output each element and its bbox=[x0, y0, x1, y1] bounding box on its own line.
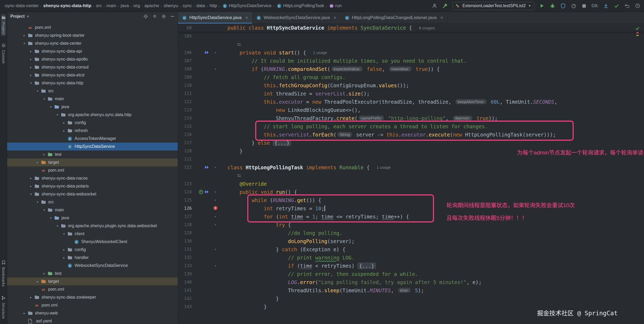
breadcrumb-item[interactable]: src bbox=[95, 3, 103, 8]
code-line-122[interactable]: 122▾class HttpLongPollingTask implements… bbox=[178, 163, 644, 171]
fold-chevron-icon[interactable]: ▾ bbox=[211, 190, 220, 194]
tab-close-icon[interactable]: × bbox=[334, 15, 336, 21]
code-line-111[interactable]: 111 int threadSize = serverList.size(); bbox=[178, 89, 644, 98]
fold-chevron-icon[interactable]: ▾ bbox=[211, 223, 220, 227]
code-line-105[interactable]: 105 bbox=[178, 32, 644, 40]
stripe-item-bookmarks[interactable]: Bookmarks bbox=[1, 259, 6, 289]
tree-chevron-icon[interactable]: ▸ bbox=[28, 176, 34, 180]
tree-chevron-icon[interactable]: ▾ bbox=[55, 113, 60, 117]
breadcrumb-item[interactable]: org bbox=[133, 3, 140, 8]
code-line-117[interactable]: 117 } else {...} bbox=[178, 139, 644, 147]
code-line-132[interactable]: 132 // print warnning LOG. bbox=[178, 253, 644, 262]
chevron-down-icon[interactable]: ▼ bbox=[26, 15, 29, 18]
tree-chevron-icon[interactable]: ▾ bbox=[35, 200, 40, 204]
project-view-selector[interactable]: Project bbox=[10, 14, 25, 19]
code-line-131[interactable]: 131▾ } catch (Exception e) { bbox=[178, 245, 644, 253]
tree-item-org.apache.shenyu.plugin.sync.data.websocket[interactable]: ▾org.apache.shenyu.plugin.sync.data.webs… bbox=[7, 222, 178, 230]
tree-item-pom.xml[interactable]: mpom.xml bbox=[7, 301, 178, 309]
tree-item-shenyu-web[interactable]: ▸shenyu-web bbox=[7, 309, 178, 317]
tab-close-icon[interactable]: × bbox=[440, 15, 443, 21]
tree-chevron-icon[interactable]: ▾ bbox=[22, 42, 27, 45]
tree-chevron-icon[interactable]: ▾ bbox=[55, 224, 60, 228]
tree-item-target[interactable]: ▸target bbox=[7, 158, 178, 166]
code-editor[interactable]: 68public class HttpSyncDataService imple… bbox=[178, 24, 644, 324]
code-line-106[interactable]: 106▾ private void start() {1 usage bbox=[178, 48, 644, 57]
code-line-68[interactable]: 68public class HttpSyncDataService imple… bbox=[178, 24, 644, 32]
override-marker-icon[interactable] bbox=[199, 190, 203, 194]
git-update-button[interactable] bbox=[603, 3, 609, 9]
tree-chevron-icon[interactable]: ▸ bbox=[42, 153, 47, 156]
tree-item-main[interactable]: ▾main bbox=[7, 95, 178, 103]
tree-chevron-icon[interactable]: ▾ bbox=[48, 105, 53, 109]
code-line-141[interactable]: 141 ThreadUtils.sleep(TimeUnit.MINUTES, … bbox=[178, 286, 644, 294]
tree-item-org.apache.shenyu.sync.data.http[interactable]: ▾org.apache.shenyu.sync.data.http bbox=[7, 111, 178, 119]
tree-item-pom.xml[interactable]: mpom.xml bbox=[7, 166, 178, 174]
fold-chevron-icon[interactable]: ▾ bbox=[211, 198, 220, 202]
breadcrumb-item[interactable]: sync bbox=[182, 3, 192, 8]
inlay-hint-row[interactable] bbox=[178, 40, 644, 48]
implemented-marker-icon[interactable] bbox=[204, 165, 209, 170]
coverage-button[interactable] bbox=[560, 3, 566, 9]
tree-chevron-icon[interactable]: ▾ bbox=[48, 216, 53, 220]
tree-item-src[interactable]: ▾src bbox=[7, 198, 178, 206]
tree-item-shenyu-sync-data-http[interactable]: ▾shenyu-sync-data-http bbox=[7, 79, 178, 87]
tree-item-pom.xml[interactable]: mpom.xml bbox=[7, 24, 178, 31]
implemented-marker-icon[interactable] bbox=[204, 50, 209, 55]
user-icon[interactable] bbox=[431, 3, 438, 9]
code-line-139[interactable]: 139 // print error, then suspended for a… bbox=[178, 270, 644, 278]
tree-item-shenyu-sync-data-zookeeper[interactable]: ▸shenyu-sync-data-zookeeper bbox=[7, 293, 178, 301]
locate-file-icon[interactable] bbox=[143, 14, 148, 19]
breadcrumb-item[interactable]: HttpLongPollingTask bbox=[282, 3, 325, 8]
profiler-button[interactable] bbox=[570, 3, 577, 9]
tree-item-main[interactable]: ▾main bbox=[7, 206, 178, 214]
run-button[interactable] bbox=[539, 3, 545, 9]
tree-chevron-icon[interactable]: ▸ bbox=[28, 184, 34, 188]
code-line-115[interactable]: 115 // start long polling, each server c… bbox=[178, 122, 644, 130]
code-line-107[interactable]: 107 // It could be initialized multiple … bbox=[178, 57, 644, 65]
tree-chevron-icon[interactable]: ▾ bbox=[28, 81, 34, 85]
tree-item-HttpSyncDataService[interactable]: CHttpSyncDataService bbox=[7, 143, 178, 150]
tree-item-test[interactable]: ▸test bbox=[7, 150, 178, 158]
tree-item-shenyu-sync-data-consul[interactable]: ▸shenyu-sync-data-consul bbox=[7, 63, 178, 71]
tree-item-refresh[interactable]: ▸refresh bbox=[7, 127, 178, 135]
breadcrumb-item[interactable]: shenyu-sync-data-http bbox=[43, 3, 92, 8]
stop-button[interactable] bbox=[581, 3, 587, 9]
git-commit-button[interactable] bbox=[613, 3, 620, 9]
tree-item-pom.xml[interactable]: mpom.xml bbox=[7, 285, 178, 293]
inlay-hint-settings-icon[interactable] bbox=[237, 174, 241, 177]
tree-chevron-icon[interactable]: ▸ bbox=[61, 121, 67, 125]
breadcrumb-item[interactable]: http bbox=[209, 3, 218, 8]
settings-gear-icon[interactable] bbox=[161, 14, 166, 19]
tree-item-ShenyuWebsocketClient[interactable]: CShenyuWebsocketClient bbox=[7, 238, 178, 246]
tree-item-.asf.yaml[interactable]: .asf.yaml bbox=[7, 317, 178, 324]
tree-item-shenyu-sync-data-polaris[interactable]: ▸shenyu-sync-data-polaris bbox=[7, 182, 178, 190]
breadcrumb-item[interactable]: shenyu bbox=[163, 3, 179, 8]
run-configuration-select[interactable]: ExtensionLoaderTest.testSPIList2 ▼ bbox=[453, 2, 534, 10]
inspections-widget[interactable] bbox=[635, 26, 640, 36]
tree-chevron-icon[interactable]: ▾ bbox=[61, 232, 67, 236]
breadcrumb-item[interactable]: -sync-data-center bbox=[3, 3, 39, 8]
tree-item-shenyu-sync-data-api[interactable]: ▸shenyu-sync-data-api bbox=[7, 47, 178, 55]
fold-chevron-icon[interactable]: ▾ bbox=[211, 264, 220, 268]
fold-chevron-icon[interactable]: ▾ bbox=[211, 51, 220, 54]
tree-item-java[interactable]: ▾java bbox=[7, 103, 178, 111]
fold-chevron-icon[interactable]: ▾ bbox=[211, 215, 220, 218]
tree-item-AccessTokenManager[interactable]: CAccessTokenManager bbox=[7, 135, 178, 143]
inlay-hint-settings-icon[interactable] bbox=[237, 43, 241, 46]
stripe-item-project[interactable]: Project bbox=[1, 14, 6, 36]
code-line-133[interactable]: 133▾ if (time < retryTimes) {...} bbox=[178, 262, 644, 270]
tree-chevron-icon[interactable]: ▸ bbox=[22, 34, 27, 37]
tree-item-config[interactable]: ▸config bbox=[7, 119, 178, 127]
code-line-121[interactable]: 121 bbox=[178, 155, 644, 163]
tree-chevron-icon[interactable]: ▸ bbox=[28, 57, 34, 61]
fold-chevron-icon[interactable]: ▾ bbox=[211, 248, 220, 251]
tree-chevron-icon[interactable]: ▸ bbox=[28, 73, 34, 77]
code-line-140[interactable]: 140 LOG.error("Long polling failed, try … bbox=[178, 278, 644, 286]
fold-chevron-icon[interactable]: ▾ bbox=[211, 166, 220, 169]
stripe-item-commit[interactable]: Commit bbox=[1, 42, 6, 65]
breadcrumb-item[interactable]: java bbox=[120, 3, 129, 8]
code-line-110[interactable]: 110 this.fetchGroupConfig(ConfigGroupEnu… bbox=[178, 81, 644, 89]
tree-chevron-icon[interactable]: ▸ bbox=[35, 280, 40, 283]
tree-item-shenyu-sync-data-apollo[interactable]: ▸shenyu-sync-data-apollo bbox=[7, 55, 178, 63]
tab-HttpLongPollingDataChangedListener.java[interactable]: CHttpLongPollingDataChangedListener.java… bbox=[341, 12, 447, 24]
